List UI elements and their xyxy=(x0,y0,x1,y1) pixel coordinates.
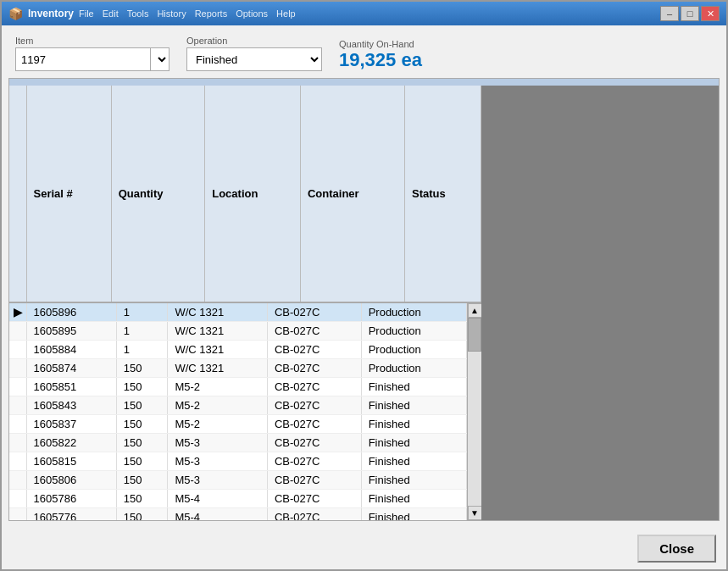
cell-serial: 1605896 xyxy=(26,303,116,322)
menu-options[interactable]: Options xyxy=(236,8,268,19)
row-indicator xyxy=(9,322,26,341)
menu-history[interactable]: History xyxy=(157,8,186,19)
cell-container: CB-027C xyxy=(267,415,361,434)
cell-location: M5-3 xyxy=(168,471,268,490)
table-row[interactable]: 1605874150W/C 1321CB-027CProduction xyxy=(9,359,467,378)
cell-serial: 1605806 xyxy=(26,471,116,490)
item-dropdown[interactable] xyxy=(151,47,169,71)
row-indicator xyxy=(9,341,26,359)
col-container: Container xyxy=(300,86,404,302)
table-section: Serial # Quantity Location Container Sta… xyxy=(8,78,720,521)
window-icon: 📦 xyxy=(8,7,23,20)
cell-qty: 1 xyxy=(116,303,168,322)
table-row[interactable]: 16058951W/C 1321CB-027CProduction xyxy=(9,322,467,341)
row-indicator xyxy=(9,396,26,415)
cell-container: CB-027C xyxy=(267,396,361,415)
close-button[interactable]: Close xyxy=(637,535,716,563)
cell-qty: 1 xyxy=(116,341,168,359)
table-row[interactable]: 1605837150M5-2CB-027CFinished xyxy=(9,415,467,434)
data-table: Serial # Quantity Location Container Sta… xyxy=(9,86,481,303)
cell-location: M5-4 xyxy=(168,490,268,508)
maximize-button[interactable]: □ xyxy=(681,6,699,21)
cell-location: W/C 1321 xyxy=(168,359,268,378)
operation-label: Operation xyxy=(186,36,322,46)
qty-field-group: Quantity On-Hand 19,325 ea xyxy=(339,39,422,71)
cell-qty: 150 xyxy=(116,490,168,508)
cell-container: CB-027C xyxy=(267,490,361,508)
scroll-down-button[interactable]: ▼ xyxy=(468,506,482,520)
cell-container: CB-027C xyxy=(267,508,361,521)
cell-container: CB-027C xyxy=(267,378,361,396)
cell-status: Production xyxy=(361,303,466,322)
table-row[interactable]: 16058841W/C 1321CB-027CProduction xyxy=(9,341,467,359)
row-indicator xyxy=(9,359,26,378)
cell-serial: 1605815 xyxy=(26,452,116,471)
col-indicator xyxy=(9,86,26,302)
cell-status: Production xyxy=(361,341,466,359)
cell-qty: 150 xyxy=(116,415,168,434)
table-row[interactable]: 1605786150M5-4CB-027CFinished xyxy=(9,490,467,508)
cell-status: Finished xyxy=(361,452,466,471)
qty-label: Quantity On-Hand xyxy=(339,39,422,49)
col-serial: Serial # xyxy=(26,86,111,302)
scroll-up-button[interactable]: ▲ xyxy=(468,303,482,318)
table-row[interactable]: 1605843150M5-2CB-027CFinished xyxy=(9,396,467,415)
cell-container: CB-027C xyxy=(267,322,361,341)
table-row[interactable]: 1605806150M5-3CB-027CFinished xyxy=(9,471,467,490)
cell-location: W/C 1321 xyxy=(168,322,268,341)
cell-container: CB-027C xyxy=(267,341,361,359)
cell-serial: 1605822 xyxy=(26,434,116,452)
row-indicator xyxy=(9,508,26,521)
cell-serial: 1605851 xyxy=(26,378,116,396)
cell-location: M5-3 xyxy=(168,452,268,471)
close-window-button[interactable]: ✕ xyxy=(701,6,720,21)
col-location: Location xyxy=(205,86,301,302)
item-input[interactable] xyxy=(15,47,151,71)
table-row[interactable]: 1605776150M5-4CB-027CFinished xyxy=(9,508,467,521)
scroll-thumb[interactable] xyxy=(468,318,481,352)
operation-field-group: Operation Finished Production All xyxy=(186,36,322,71)
cell-status: Finished xyxy=(361,490,466,508)
menu-file[interactable]: File xyxy=(79,8,94,19)
table-row[interactable]: 1605815150M5-3CB-027CFinished xyxy=(9,452,467,471)
table-header-strip xyxy=(9,79,719,86)
cell-container: CB-027C xyxy=(267,303,361,322)
col-qty: Quantity xyxy=(111,86,204,302)
row-indicator xyxy=(9,452,26,471)
cell-location: W/C 1321 xyxy=(168,341,268,359)
menu-edit[interactable]: Edit xyxy=(103,8,119,19)
cell-status: Finished xyxy=(361,378,466,396)
cell-status: Finished xyxy=(361,471,466,490)
cell-container: CB-027C xyxy=(267,359,361,378)
menu-help[interactable]: Help xyxy=(276,8,296,19)
cell-location: M5-2 xyxy=(168,378,268,396)
cell-qty: 150 xyxy=(116,508,168,521)
cell-status: Production xyxy=(361,322,466,341)
cell-qty: 150 xyxy=(116,434,168,452)
cell-location: M5-2 xyxy=(168,396,268,415)
table-row[interactable]: ▶16058961W/C 1321CB-027CProduction xyxy=(9,303,467,322)
menu-tools[interactable]: Tools xyxy=(127,8,149,19)
cell-location: M5-3 xyxy=(168,434,268,452)
cell-qty: 150 xyxy=(116,452,168,471)
cell-serial: 1605837 xyxy=(26,415,116,434)
cell-status: Finished xyxy=(361,434,466,452)
item-label: Item xyxy=(15,36,169,46)
table-row[interactable]: 1605851150M5-2CB-027CFinished xyxy=(9,378,467,396)
operation-select[interactable]: Finished Production All xyxy=(186,47,322,71)
table-scroll-area[interactable]: ▶16058961W/C 1321CB-027CProduction160589… xyxy=(9,303,467,520)
window-title: Inventory xyxy=(28,8,74,19)
cell-status: Production xyxy=(361,359,466,378)
minimize-button[interactable]: – xyxy=(660,6,679,21)
cell-status: Finished xyxy=(361,396,466,415)
cell-qty: 150 xyxy=(116,396,168,415)
menu-reports[interactable]: Reports xyxy=(195,8,228,19)
header-area: Item Operation Finished Production All Q… xyxy=(2,25,726,78)
cell-serial: 1605884 xyxy=(26,341,116,359)
cell-serial: 1605843 xyxy=(26,396,116,415)
cell-serial: 1605874 xyxy=(26,359,116,378)
table-row[interactable]: 1605822150M5-3CB-027CFinished xyxy=(9,434,467,452)
cell-qty: 150 xyxy=(116,471,168,490)
scrollbar[interactable]: ▲ ▼ xyxy=(467,303,481,520)
qty-value: 19,325 ea xyxy=(339,51,422,71)
